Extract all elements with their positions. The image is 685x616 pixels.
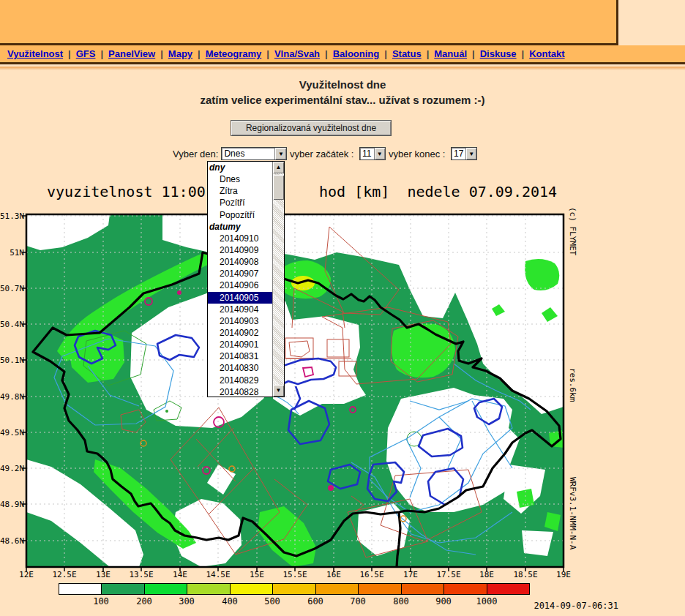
dropdown-option[interactable]: Pozítří (208, 197, 272, 209)
chevron-down-icon[interactable]: ▼ (274, 148, 286, 159)
regionalized-usability-button[interactable]: Regionalizovaná využitelnost dne (231, 120, 392, 136)
dropdown-scrollbar[interactable]: ▲ ▼ (272, 162, 284, 397)
nav-separator: | (427, 48, 430, 59)
nav-item-diskuse[interactable]: Diskuse (480, 48, 517, 59)
dropdown-option[interactable]: 20140902 (208, 327, 272, 339)
scale-value: 600 (299, 596, 332, 606)
lon-axis-label: 15E (241, 570, 273, 579)
nav-item-kontakt[interactable]: Kontakt (529, 48, 564, 59)
top-banner (0, 0, 618, 45)
scale-swatch (102, 584, 144, 594)
lon-axis-label: 12.5E (48, 570, 81, 579)
nav-item-status[interactable]: Status (392, 48, 422, 59)
lon-axis-label: 16.5E (356, 570, 388, 579)
map-title-left: vyuzitelnost 11:00 (47, 183, 206, 200)
lon-axis-label: 16E (318, 570, 350, 579)
nav-separator: | (198, 48, 201, 59)
nav-item-mapy[interactable]: Mapy (168, 48, 192, 59)
dropdown-option[interactable]: 20140909 (208, 244, 272, 256)
dropdown-option[interactable]: Dnes (208, 173, 272, 185)
nav-item-vyuzitelnost[interactable]: Využitelnost (7, 48, 63, 59)
lon-axis-label: 17.5E (433, 570, 465, 579)
lon-axis-label: 12E (10, 570, 42, 579)
nav-item-balooning[interactable]: Balooning (333, 48, 380, 59)
color-scale-bar (59, 583, 530, 595)
scrollbar-thumb[interactable] (273, 175, 284, 200)
scale-value: 500 (256, 596, 288, 606)
day-select[interactable]: Dnes ▼ (221, 147, 287, 160)
scale-swatch (59, 584, 102, 594)
day-select-value: Dnes (222, 148, 247, 159)
scale-value: 400 (214, 596, 246, 606)
lat-axis-label: 49.8N (0, 392, 24, 402)
start-hour-select[interactable]: 11 ▼ (359, 147, 386, 160)
nav-item-panelview[interactable]: PanelView (108, 48, 155, 59)
lon-axis-label: 13.5E (125, 570, 157, 579)
map-title-right: hod [km] nedele 07.09.2014 (319, 183, 557, 200)
dropdown-option[interactable]: 20140901 (208, 339, 272, 350)
day-select-label: Vyber den: (173, 149, 218, 159)
lat-axis-label: 50.7N (0, 284, 24, 293)
scale-swatch (359, 584, 401, 594)
dropdown-option[interactable]: 20140906 (208, 279, 272, 291)
lon-axis-label: 15.5E (279, 570, 311, 579)
nav-shadow (0, 67, 685, 70)
dropdown-option[interactable]: 20140829 (208, 375, 272, 386)
lat-axis-label: 50.1N (0, 356, 24, 365)
nav-separator: | (384, 48, 387, 59)
lat-axis-label: 50.4N (0, 320, 24, 329)
main-nav: Využitelnost| GFS| PanelView| Mapy| Mete… (0, 45, 685, 64)
dropdown-option[interactable]: Popozítří (208, 209, 272, 221)
nav-separator: | (325, 48, 328, 59)
start-select-label: vyber začátek : (290, 149, 356, 159)
dropdown-option[interactable]: 20140831 (208, 350, 272, 362)
nav-separator: | (522, 48, 525, 59)
scale-value: 900 (427, 596, 460, 606)
day-dropdown-list: dny Dnes Zítra Pozítří Popozítří datumy … (207, 161, 285, 397)
lon-axis-label: 18.5E (509, 570, 542, 579)
scroll-down-icon[interactable]: ▼ (273, 385, 284, 397)
nav-item-meteogramy[interactable]: Meteogramy (206, 48, 262, 59)
dropdown-option[interactable]: 20140828 (208, 386, 272, 398)
dropdown-option[interactable]: 20140908 (208, 256, 272, 268)
dropdown-option[interactable]: 20140904 (208, 304, 272, 315)
scale-swatch (316, 584, 359, 594)
scale-swatch (444, 584, 487, 594)
page-subtitle: zatím velice experimentální stav... užív… (0, 94, 685, 106)
start-hour-value: 11 (360, 148, 373, 159)
dropdown-option[interactable]: Zítra (208, 185, 272, 197)
lon-axis-label: 13E (87, 570, 119, 579)
page-title: Využitelnost dne (0, 78, 685, 91)
scale-value: 300 (171, 596, 203, 606)
dropdown-group-dny: dny (208, 162, 272, 173)
run-timestamp: 2014-09-07-06:31 (472, 601, 618, 611)
chevron-down-icon[interactable]: ▼ (465, 148, 476, 159)
scale-swatch (145, 584, 187, 594)
nav-separator: | (472, 48, 475, 59)
map-resolution: res.6km (568, 368, 577, 402)
nav-separator: | (100, 48, 103, 59)
nav-item-manual[interactable]: Manuál (434, 48, 467, 59)
lat-axis-label: 49.2N (0, 464, 24, 473)
nav-separator: | (68, 48, 71, 59)
scale-swatch (231, 584, 273, 594)
dropdown-option[interactable]: 20140830 (208, 362, 272, 374)
nav-item-vlna-svah[interactable]: Vlna/Svah (274, 48, 320, 59)
forecast-controls: Vyber den: Dnes ▼ vyber začátek : 11 ▼ v… (173, 146, 480, 161)
scale-swatch (487, 584, 529, 594)
nav-separator: | (266, 48, 269, 59)
lat-axis-label: 49.5N (0, 428, 24, 437)
dropdown-option[interactable]: 20140910 (208, 233, 272, 244)
scroll-up-icon[interactable]: ▲ (273, 162, 284, 173)
end-select-label: vyber konec : (389, 149, 448, 159)
dropdown-option-selected[interactable]: 20140905 (208, 292, 272, 304)
dropdown-option[interactable]: 20140903 (208, 315, 272, 327)
map-model: WRFv3.1-NMM-N-A (568, 477, 577, 549)
chevron-down-icon[interactable]: ▼ (374, 148, 386, 159)
end-hour-select[interactable]: 17 ▼ (451, 147, 477, 160)
lat-axis-label: 51N (0, 248, 24, 258)
lat-axis-label: 48.9N (0, 500, 24, 509)
dropdown-option[interactable]: 20140907 (208, 268, 272, 279)
scale-swatch (187, 584, 230, 594)
nav-item-gfs[interactable]: GFS (76, 48, 96, 59)
